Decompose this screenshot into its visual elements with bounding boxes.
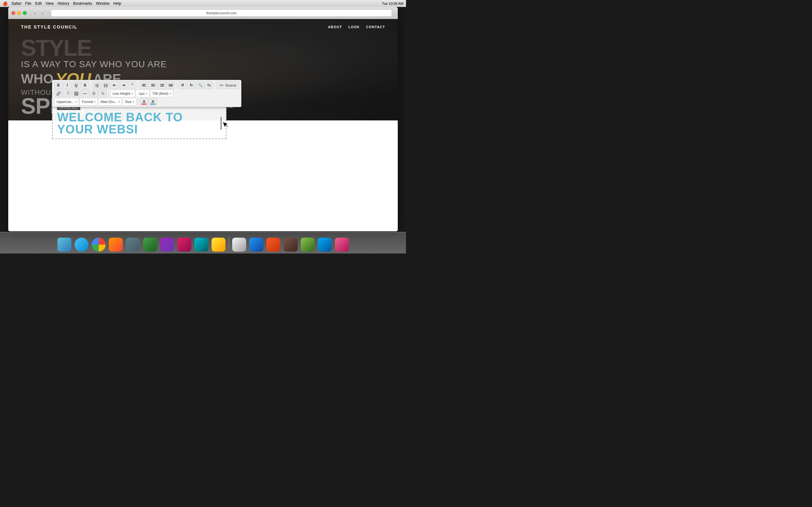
minimize-button[interactable] (17, 11, 21, 15)
table-button[interactable] (72, 90, 80, 97)
font-size-dropdown[interactable]: Size ▾ (123, 98, 136, 106)
line-height-arrow: ▾ (132, 92, 133, 95)
menu-view[interactable]: View (45, 1, 54, 6)
nav-about[interactable]: ABOUT (328, 25, 342, 29)
color-underline (142, 104, 147, 105)
bg-color-button[interactable]: A (149, 98, 157, 106)
text-transform-dropdown[interactable]: Uppercas... ▾ (54, 98, 79, 106)
nav-contact[interactable]: CONTACT (366, 25, 385, 29)
site-nav-links: ABOUT LOOK CONTACT (328, 25, 385, 29)
dock-safari[interactable] (74, 237, 89, 252)
italic-button[interactable]: I (63, 81, 71, 89)
tx-button[interactable]: Tx (99, 90, 107, 97)
ordered-list-button[interactable]: 123 (93, 81, 101, 89)
svg-rect-24 (74, 92, 78, 95)
outdent-button[interactable]: ⇤ (110, 81, 119, 89)
mac-dock (0, 232, 406, 253)
hero-who: WHO (21, 71, 54, 87)
svg-point-8 (104, 86, 105, 87)
line-height-value-dropdown[interactable]: -1px ▾ (136, 90, 149, 97)
search-button[interactable]: 🔍 (196, 81, 204, 89)
dock-app11[interactable] (283, 237, 298, 252)
format-clear-button[interactable]: Tx (205, 81, 213, 89)
source-button[interactable]: Source (217, 81, 239, 89)
bg-color-a: A (152, 100, 154, 104)
menu-history[interactable]: History (57, 1, 69, 6)
app3-icon (143, 238, 157, 251)
blockquote-button[interactable]: " (128, 81, 136, 89)
app6-icon (194, 238, 208, 251)
bg-color-underline (150, 104, 155, 105)
nav-look[interactable]: LOOK (348, 25, 360, 29)
dock-app5[interactable] (177, 237, 192, 252)
unlink-button[interactable] (63, 90, 71, 97)
dock-app2[interactable] (125, 237, 141, 252)
headline-content: WELCOME BACK TO YOUR WEBSI (57, 111, 220, 135)
align-left-button[interactable] (140, 81, 148, 89)
hr-button[interactable]: — (81, 90, 89, 97)
underline-button[interactable]: U (72, 81, 80, 89)
app1-icon (109, 238, 123, 251)
dock-finder[interactable] (57, 237, 72, 252)
dock-app7[interactable] (211, 237, 226, 252)
link-button[interactable] (54, 90, 62, 97)
separator-2 (138, 82, 138, 89)
lhv-arrow: ▾ (146, 92, 147, 95)
traffic-lights (11, 11, 27, 15)
forward-button[interactable]: › (39, 10, 46, 16)
menu-edit[interactable]: Edit (35, 1, 42, 6)
back-button[interactable]: ‹ (32, 10, 38, 16)
strikethrough-button[interactable]: S (81, 81, 89, 89)
maximize-button[interactable] (23, 11, 27, 15)
menu-safari[interactable]: Safari (11, 1, 21, 6)
app5-icon (177, 238, 191, 251)
align-center-button[interactable] (149, 81, 157, 89)
menubar-time: Tue 10:08 AM (382, 2, 403, 5)
address-text: thestylecouncil.com (54, 11, 389, 15)
apple-menu[interactable]: 🍎 (3, 1, 8, 6)
dock-app9[interactable] (249, 237, 264, 252)
dock-app13[interactable] (317, 237, 333, 252)
dock-app6[interactable] (194, 237, 209, 252)
dock-app12[interactable] (300, 237, 315, 252)
undo-button[interactable]: ↺ (178, 81, 187, 89)
menu-window[interactable]: Window (96, 1, 110, 6)
font-weight-dropdown[interactable]: 700 (Bold) ▾ (150, 90, 173, 97)
font-val: Abel (Go... (101, 100, 117, 104)
bold-button[interactable]: B (54, 81, 62, 89)
address-bar[interactable]: thestylecouncil.com (51, 9, 392, 17)
indent-button[interactable]: ⇥ (119, 81, 128, 89)
line-height-dropdown[interactable]: Line Height ▾ (110, 90, 135, 97)
source-label: Source (225, 83, 236, 87)
site-nav: THE STYLE COUNCIL ABOUT LOOK CONTACT (8, 19, 398, 35)
special-char-button[interactable]: Ω (90, 90, 98, 97)
dock-app4[interactable] (159, 237, 175, 252)
menu-help[interactable]: Help (113, 1, 121, 6)
font-color-button[interactable]: A (140, 98, 148, 106)
menu-bookmarks[interactable]: Bookmarks (73, 1, 92, 6)
svg-point-6 (104, 83, 105, 84)
app14-icon (335, 238, 349, 251)
dock-app10[interactable] (266, 237, 281, 252)
toolbar-row-1: B I U S 123 ⇤ ⇥ " (54, 81, 239, 89)
dock-chrome[interactable] (91, 237, 106, 252)
dock-app8[interactable] (232, 237, 247, 252)
close-button[interactable] (11, 11, 15, 15)
align-right-button[interactable] (158, 81, 166, 89)
dock-app3[interactable] (142, 237, 158, 252)
format-dropdown[interactable]: Format ▾ (80, 98, 98, 106)
unordered-list-button[interactable] (101, 81, 110, 89)
editor-toolbar: B I U S 123 ⇤ ⇥ " (52, 80, 241, 107)
mac-menubar: 🍎 Safari File Edit View History Bookmark… (0, 0, 406, 7)
svg-text:3: 3 (95, 86, 96, 88)
redo-button[interactable]: ↻ (187, 81, 195, 89)
app11-icon (284, 238, 298, 251)
headline-text[interactable]: WELCOME BACK TO YOUR WEBSI (57, 111, 221, 135)
menu-file[interactable]: File (25, 1, 31, 6)
dock-app1[interactable] (108, 237, 123, 252)
dock-app14[interactable] (334, 237, 350, 252)
justify-button[interactable] (166, 81, 175, 89)
font-family-dropdown[interactable]: Abel (Go... ▾ (98, 98, 122, 106)
separator-3 (176, 82, 177, 89)
ff-arrow: ▾ (119, 101, 120, 103)
